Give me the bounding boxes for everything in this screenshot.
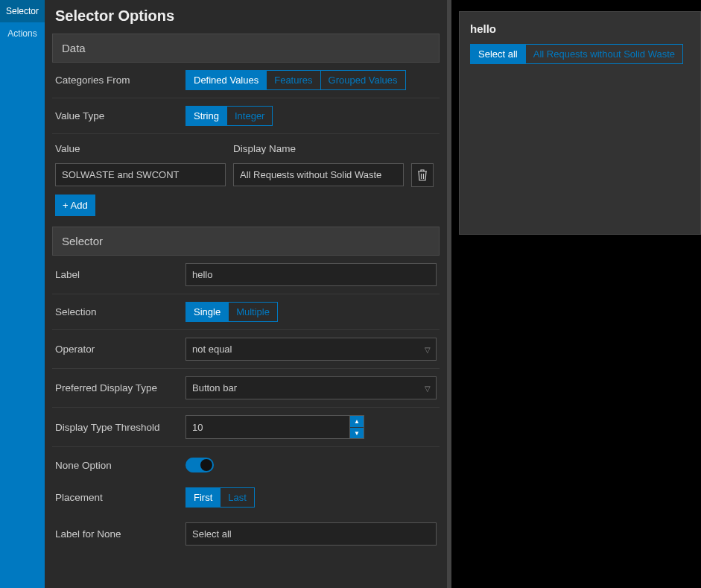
panel-title: Selector Options	[52, 0, 440, 34]
placement-last[interactable]: Last	[220, 487, 255, 508]
row-value-type: Value Type String Integer	[52, 98, 440, 134]
section-data-header[interactable]: Data	[52, 34, 440, 63]
display-name-input[interactable]	[233, 163, 404, 186]
label-input[interactable]	[185, 263, 437, 286]
row-preferred-display-type: Preferred Display Type Button bar ▽	[52, 369, 440, 408]
row-none-option: None Option	[52, 447, 440, 480]
value-type-string[interactable]: String	[185, 106, 227, 126]
value-type-group: String Integer	[185, 106, 273, 126]
spinner: ▲ ▼	[350, 415, 364, 439]
categories-features[interactable]: Features	[266, 70, 320, 90]
preview-card: hello Select all All Requests without So…	[459, 11, 701, 235]
display-type-threshold-input[interactable]	[185, 415, 350, 439]
value-type-integer[interactable]: Integer	[226, 106, 273, 126]
label-value-type: Value Type	[55, 110, 185, 121]
row-label-for-none: Label for None	[52, 515, 440, 553]
label-categories-from: Categories From	[55, 75, 185, 86]
selection-group: Single Multiple	[185, 302, 278, 322]
section-selector-header[interactable]: Selector	[52, 227, 440, 256]
label-placement: Placement	[55, 492, 185, 503]
value-input[interactable]	[55, 163, 226, 186]
row-label: Label	[52, 256, 440, 294]
preview-option-1[interactable]: All Requests without Solid Waste	[525, 44, 683, 64]
label-label: Label	[55, 269, 185, 280]
preferred-display-type-select[interactable]: Button bar	[185, 376, 437, 399]
row-categories-from: Categories From Defined Values Features …	[52, 63, 440, 98]
none-option-toggle[interactable]	[185, 458, 214, 472]
toggle-knob	[200, 459, 212, 471]
label-operator: Operator	[55, 344, 185, 355]
tab-selector[interactable]: Selector	[0, 0, 45, 22]
spinner-down[interactable]: ▼	[350, 427, 364, 438]
selection-multiple[interactable]: Multiple	[228, 302, 278, 322]
categories-grouped-values[interactable]: Grouped Values	[320, 70, 406, 90]
categories-defined-values[interactable]: Defined Values	[185, 70, 267, 90]
label-label-for-none: Label for None	[55, 528, 185, 540]
config-panel: Selector Options Data Categories From De…	[45, 0, 447, 588]
value-header-row: Value Display Name	[52, 139, 440, 159]
side-tabs: Selector Actions	[0, 0, 45, 588]
tab-actions[interactable]: Actions	[0, 22, 45, 45]
label-for-none-input[interactable]	[185, 522, 437, 546]
label-selection: Selection	[55, 306, 185, 317]
placement-group: First Last	[185, 487, 255, 508]
label-preferred-display-type: Preferred Display Type	[55, 382, 185, 393]
value-row	[52, 159, 440, 187]
operator-select[interactable]: not equal	[185, 338, 437, 361]
preview-area: hello Select all All Requests without So…	[451, 0, 701, 588]
add-button[interactable]: + Add	[55, 195, 95, 216]
col-head-value: Value	[55, 143, 226, 159]
preview-title: hello	[470, 22, 690, 35]
label-display-type-threshold: Display Type Threshold	[55, 422, 185, 433]
preview-select-all[interactable]: Select all	[470, 44, 526, 64]
row-selection: Selection Single Multiple	[52, 294, 440, 330]
row-display-type-threshold: Display Type Threshold ▲ ▼	[52, 408, 440, 447]
row-placement: Placement First Last	[52, 480, 440, 515]
delete-row-button[interactable]	[411, 163, 434, 187]
label-none-option: None Option	[55, 460, 185, 471]
row-operator: Operator not equal ▽	[52, 330, 440, 369]
placement-first[interactable]: First	[185, 487, 221, 508]
col-head-display: Display Name	[233, 143, 404, 159]
selection-single[interactable]: Single	[185, 302, 229, 322]
trash-icon	[417, 169, 428, 181]
categories-from-group: Defined Values Features Grouped Values	[185, 70, 406, 90]
spinner-up[interactable]: ▲	[350, 416, 364, 427]
preview-button-bar: Select all All Requests without Solid Wa…	[470, 44, 690, 64]
